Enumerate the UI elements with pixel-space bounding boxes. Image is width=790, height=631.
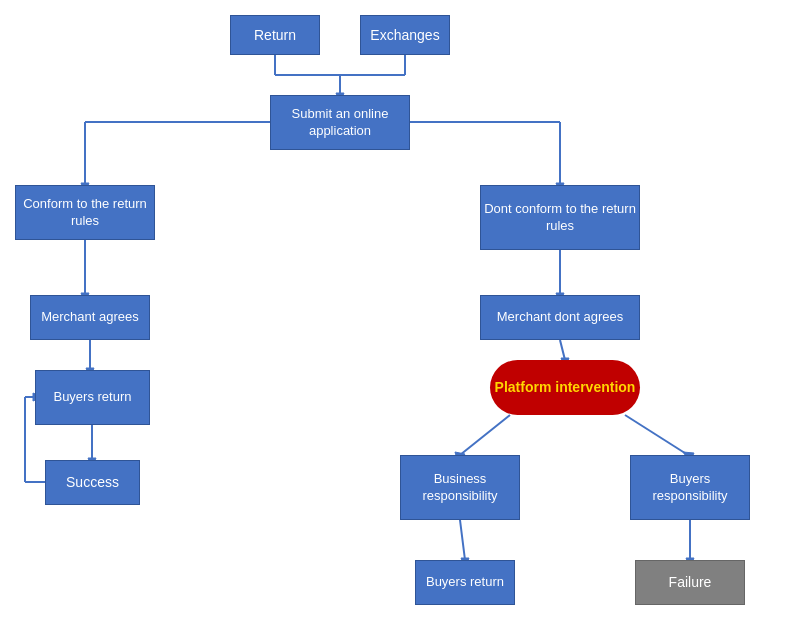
merchant-dont-box: Merchant dont agrees bbox=[480, 295, 640, 340]
return-box: Return bbox=[230, 15, 320, 55]
business-resp-box: Business responsibility bbox=[400, 455, 520, 520]
failure-box: Failure bbox=[635, 560, 745, 605]
svg-line-27 bbox=[625, 415, 688, 455]
svg-line-23 bbox=[560, 340, 565, 360]
exchanges-box: Exchanges bbox=[360, 15, 450, 55]
buyers-resp-box: Buyers responsibility bbox=[630, 455, 750, 520]
buyers-return-left-box: Buyers return bbox=[35, 370, 150, 425]
conform-box: Conform to the return rules bbox=[15, 185, 155, 240]
merchant-agrees-box: Merchant agrees bbox=[30, 295, 150, 340]
buyers-return-mid-box: Buyers return bbox=[415, 560, 515, 605]
svg-line-29 bbox=[460, 520, 465, 560]
submit-box: Submit an online application bbox=[270, 95, 410, 150]
flowchart-diagram: Return Exchanges Submit an online applic… bbox=[0, 0, 790, 631]
svg-line-25 bbox=[460, 415, 510, 455]
platform-intervention-box: Platform intervention bbox=[490, 360, 640, 415]
success-box: Success bbox=[45, 460, 140, 505]
dont-conform-box: Dont conform to the return rules bbox=[480, 185, 640, 250]
